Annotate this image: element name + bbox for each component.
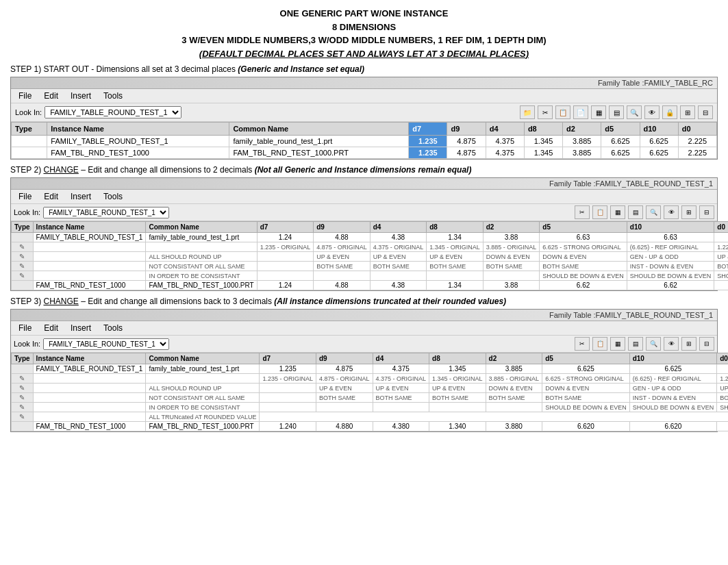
table-row-note1: ✎ 1.235 - ORIGINAL 4.875 - ORIGINAL 4.37…: [12, 242, 729, 252]
toolbar-btn-grid2-2[interactable]: ⊟: [699, 205, 714, 219]
cell-d7: 1.24: [257, 233, 314, 242]
toolbar-btn-copy-3[interactable]: 📋: [592, 337, 607, 351]
cell-icon: ✎: [12, 412, 34, 422]
cell-d4: 4.375: [486, 136, 524, 147]
cell-note-d8: [427, 271, 484, 281]
menu-file-3[interactable]: File: [16, 323, 34, 334]
step3-text2: – Edit and change all dimensions back to…: [81, 297, 272, 306]
toolbar-btn-cut-1[interactable]: ✂: [538, 105, 553, 119]
cell-d4: 4.380: [373, 422, 429, 431]
lookin-select-1[interactable]: FAMILY_TABLE_ROUND_TEST_1: [45, 106, 181, 118]
cell-d5: 6.620: [542, 422, 630, 431]
family-table-window-3: Family Table :FAMILY_TABLE_ROUND_TEST_1 …: [10, 309, 718, 432]
lookin-label-3: Look In:: [14, 340, 40, 348]
cell-orig: 4.875 - ORIGINAL: [314, 242, 371, 252]
col-d5-1: d5: [601, 123, 640, 136]
toolbar-btn-copy-1[interactable]: 📋: [555, 105, 570, 119]
toolbar-btn-row-2[interactable]: ▤: [628, 205, 643, 219]
menu-file-1[interactable]: File: [16, 90, 34, 101]
menu-tools-3[interactable]: Tools: [101, 323, 125, 334]
toolbar-btn-search-3[interactable]: 🔍: [646, 337, 661, 351]
cell-type: [12, 233, 34, 242]
menu-tools-2[interactable]: Tools: [101, 191, 125, 202]
menu-insert-3[interactable]: Insert: [68, 323, 93, 334]
toolbar-btn-cut-2[interactable]: ✂: [575, 205, 590, 219]
toolbar-btn-grid-3[interactable]: ⊞: [681, 337, 696, 351]
lookin-select-2[interactable]: FAMILY_TABLE_ROUND_TEST_1: [43, 207, 169, 218]
cell-d10: 6.625: [640, 136, 678, 147]
menu-insert-2[interactable]: Insert: [68, 191, 93, 202]
table-row-note4: ✎ IN ORDER TO BE CONSISTANT SHOULD BE DO…: [12, 271, 729, 281]
col-instance-2: Instance Name: [33, 222, 146, 233]
cell-note-d7: [257, 262, 314, 271]
cell-d9: 4.875: [316, 364, 373, 374]
cell-note-d5: DOWN & EVEN: [540, 252, 627, 262]
title-line3: 3 W/EVEN MIDDLE NUMBERS,3 W/ODD MIDDLE N…: [10, 34, 718, 47]
cell-d9: 4.875: [447, 136, 486, 147]
lookin-select-3[interactable]: FAMILY_TABLE_ROUND_TEST_1: [43, 338, 169, 350]
col-instance-3: Instance Name: [33, 353, 146, 364]
toolbar-btn-grid2-3[interactable]: ⊟: [699, 337, 714, 351]
toolbar-btn-col-1[interactable]: ▦: [591, 105, 606, 119]
toolbar-btn-view-1[interactable]: 👁: [644, 105, 660, 119]
col-d4-3: d4: [373, 353, 429, 364]
cell-d10: 6.63: [627, 233, 714, 242]
cell-orig: 4.375 - ORIGINAL: [373, 374, 429, 384]
toolbar-btn-row-3[interactable]: ▤: [628, 337, 643, 351]
toolbar-btn-search-1[interactable]: 🔍: [627, 105, 642, 119]
window2-toolbar: Look In: FAMILY_TABLE_ROUND_TEST_1 ✂ 📋 ▦…: [11, 204, 717, 221]
table-row-note5: ✎ ALL TRUNcated AT ROUNDED VALUE: [12, 412, 729, 422]
toolbar-btn-view-2[interactable]: 👁: [664, 205, 679, 219]
col-instance-1: Instance Name: [47, 123, 229, 136]
title-line2: 8 DIMENSIONS: [10, 21, 718, 34]
cell-note-d4: [370, 271, 427, 281]
col-d10-1: d10: [640, 123, 678, 136]
cell-icon: ✎: [12, 252, 34, 262]
cell-d5: 6.625: [601, 147, 640, 159]
cell-note-d8: UP & EVEN: [427, 252, 484, 262]
cell-d10: 6.620: [629, 422, 717, 431]
cell-note-d8: UP & EVEN: [429, 384, 486, 393]
toolbar-btn-lock-1[interactable]: 🔒: [662, 105, 677, 119]
lookin-container-1: Look In: FAMILY_TABLE_ROUND_TEST_1: [15, 106, 517, 118]
toolbar-btn-folder-1[interactable]: 📁: [520, 105, 535, 119]
table-row-note4: ✎ IN ORDER TO BE CONSISTANT SHOULD BE DO…: [12, 403, 729, 412]
menu-insert-1[interactable]: Insert: [68, 90, 93, 101]
cell-icon: ✎: [12, 384, 34, 393]
cell-instance: FAM_TBL_RND_TEST_1000: [33, 422, 146, 431]
cell-d2: 3.885: [486, 364, 542, 374]
toolbar-btn-col-3[interactable]: ▦: [610, 337, 625, 351]
cell-type: [12, 136, 47, 147]
cell-note-d8: BOTH SAME: [429, 393, 486, 403]
col-d9-2: d9: [314, 222, 371, 233]
toolbar-btn-col-2[interactable]: ▦: [610, 205, 625, 219]
cell-d8: 1.345: [524, 136, 562, 147]
menu-edit-2[interactable]: Edit: [42, 191, 60, 202]
toolbar-btn-grid-1[interactable]: ⊞: [680, 105, 695, 119]
cell-orig: 1.225 - ORIGINAL: [717, 374, 728, 384]
cell-d9: 4.88: [314, 233, 371, 242]
menu-edit-1[interactable]: Edit: [42, 90, 60, 101]
cell-orig: 1.225 - ORIGINAL: [714, 242, 728, 252]
toolbar-btn-search-2[interactable]: 🔍: [646, 205, 661, 219]
menu-file-2[interactable]: File: [16, 191, 34, 202]
cell-note: IN ORDER TO BE CONSISTANT: [146, 403, 260, 412]
menu-edit-3[interactable]: Edit: [42, 323, 60, 334]
toolbar-btn-cut-3[interactable]: ✂: [575, 337, 590, 351]
toolbar-btn-row-1[interactable]: ▤: [609, 105, 624, 119]
cell-icon: ✎: [12, 403, 34, 412]
col-d8-2: d8: [427, 222, 484, 233]
cell-d7: 1.235: [409, 147, 447, 159]
cell-note-d9: [314, 271, 371, 281]
toolbar-btn-grid2-1[interactable]: ⊟: [698, 105, 713, 119]
cell-d4: 4.38: [370, 233, 427, 242]
step2-label: STEP 2) CHANGE – Edit and change all dim…: [10, 165, 718, 175]
toolbar-btn-view-3[interactable]: 👁: [664, 337, 679, 351]
menu-tools-1[interactable]: Tools: [101, 90, 125, 101]
cell-note: NOT CONSISTANT OR ALL SAME: [146, 393, 260, 403]
toolbar-btn-paste-1[interactable]: 📄: [573, 105, 588, 119]
cell-d4: 4.375: [373, 364, 429, 374]
toolbar-btn-copy-2[interactable]: 📋: [592, 205, 607, 219]
toolbar-btn-grid-2[interactable]: ⊞: [681, 205, 696, 219]
cell-d5: 6.63: [540, 233, 627, 242]
